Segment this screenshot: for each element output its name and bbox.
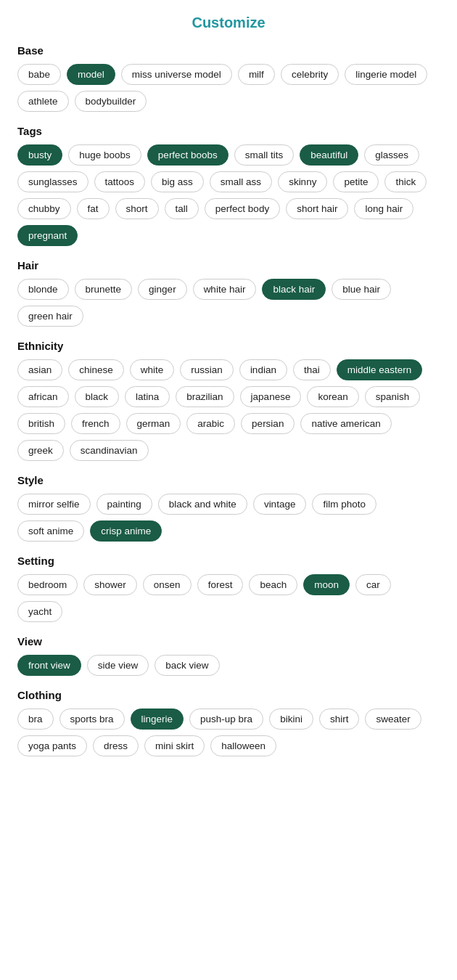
tag-film_photo[interactable]: film photo <box>312 494 376 515</box>
tags-container-view: front viewside viewback view <box>17 655 440 676</box>
tag-milf[interactable]: milf <box>238 64 275 85</box>
tag-white[interactable]: white <box>130 359 175 380</box>
tag-korean[interactable]: korean <box>307 386 358 407</box>
tag-african[interactable]: african <box>17 386 69 407</box>
tag-brunette[interactable]: brunette <box>75 279 133 300</box>
tag-asian[interactable]: asian <box>17 359 62 380</box>
tag-fat[interactable]: fat <box>77 198 110 219</box>
tag-crisp_anime[interactable]: crisp anime <box>90 520 162 542</box>
tag-petite[interactable]: petite <box>333 171 379 192</box>
tag-chubby[interactable]: chubby <box>17 198 71 219</box>
tag-glasses[interactable]: glasses <box>364 144 419 166</box>
tag-soft_anime[interactable]: soft anime <box>17 520 84 542</box>
section-view: Viewfront viewside viewback view <box>17 635 440 676</box>
tag-bedroom[interactable]: bedroom <box>17 574 78 595</box>
tag-arabic[interactable]: arabic <box>186 413 235 434</box>
tag-german[interactable]: german <box>126 413 181 434</box>
tag-blonde[interactable]: blonde <box>17 279 69 300</box>
tag-long_hair[interactable]: long hair <box>354 198 413 219</box>
tag-brazilian[interactable]: brazilian <box>176 386 234 407</box>
tag-big_ass[interactable]: big ass <box>151 171 204 192</box>
tag-babe[interactable]: babe <box>17 64 61 85</box>
tag-russian[interactable]: russian <box>180 359 234 380</box>
tag-shower[interactable]: shower <box>83 574 137 595</box>
section-base: Basebabemodelmiss universe modelmilfcele… <box>17 44 440 112</box>
tag-perfect_boobs[interactable]: perfect boobs <box>147 144 228 166</box>
tag-yacht[interactable]: yacht <box>17 601 62 622</box>
tags-container-style: mirror selfiepaintingblack and whitevint… <box>17 494 440 542</box>
tag-busty[interactable]: busty <box>17 144 62 166</box>
tag-short[interactable]: short <box>115 198 159 219</box>
tag-huge_boobs[interactable]: huge boobs <box>68 144 141 166</box>
tag-mirror_selfie[interactable]: mirror selfie <box>17 494 91 515</box>
tag-black_hair[interactable]: black hair <box>262 279 326 300</box>
tag-beach[interactable]: beach <box>249 574 297 595</box>
tag-short_hair[interactable]: short hair <box>286 198 348 219</box>
tag-black[interactable]: black <box>75 386 120 407</box>
section-title-base: Base <box>17 44 440 57</box>
tag-thick[interactable]: thick <box>384 171 427 192</box>
tag-bra[interactable]: bra <box>17 709 54 730</box>
section-title-ethnicity: Ethnicity <box>17 340 440 352</box>
tag-shirt[interactable]: shirt <box>319 709 360 730</box>
tag-small_tits[interactable]: small tits <box>234 144 295 166</box>
tag-thai[interactable]: thai <box>293 359 331 380</box>
tag-miss_universe_model[interactable]: miss universe model <box>121 64 232 85</box>
tag-green_hair[interactable]: green hair <box>17 306 83 327</box>
tag-onsen[interactable]: onsen <box>143 574 192 595</box>
tag-halloween[interactable]: halloween <box>210 735 276 756</box>
tag-greek[interactable]: greek <box>17 440 64 461</box>
tag-bodybuilder[interactable]: bodybuilder <box>75 91 147 112</box>
tag-car[interactable]: car <box>355 574 391 595</box>
section-clothing: Clothingbrasports bralingeriepush-up bra… <box>17 689 440 756</box>
tag-tall[interactable]: tall <box>165 198 199 219</box>
tag-push_up_bra[interactable]: push-up bra <box>189 709 263 730</box>
tag-sweater[interactable]: sweater <box>365 709 421 730</box>
tag-spanish[interactable]: spanish <box>365 386 421 407</box>
tag-middle_eastern[interactable]: middle eastern <box>337 359 423 380</box>
tag-scandinavian[interactable]: scandinavian <box>70 440 149 461</box>
tag-bikini[interactable]: bikini <box>269 709 313 730</box>
tag-black_and_white[interactable]: black and white <box>158 494 247 515</box>
tag-sports_bra[interactable]: sports bra <box>59 709 125 730</box>
tag-model[interactable]: model <box>67 64 115 85</box>
tag-chinese[interactable]: chinese <box>68 359 124 380</box>
tag-yoga_pants[interactable]: yoga pants <box>17 735 87 756</box>
tag-british[interactable]: british <box>17 413 65 434</box>
tags-container-hair: blondebrunettegingerwhite hairblack hair… <box>17 279 440 327</box>
tag-perfect_body[interactable]: perfect body <box>205 198 280 219</box>
tag-dress[interactable]: dress <box>93 735 139 756</box>
tag-moon[interactable]: moon <box>303 574 350 595</box>
tag-indian[interactable]: indian <box>239 359 287 380</box>
tag-side_view[interactable]: side view <box>87 655 149 676</box>
tag-persian[interactable]: persian <box>241 413 295 434</box>
tag-celebrity[interactable]: celebrity <box>281 64 339 85</box>
tag-forest[interactable]: forest <box>197 574 244 595</box>
section-hair: Hairblondebrunettegingerwhite hairblack … <box>17 259 440 327</box>
tag-painting[interactable]: painting <box>96 494 152 515</box>
tag-french[interactable]: french <box>71 413 120 434</box>
tag-tattoos[interactable]: tattoos <box>94 171 146 192</box>
tag-skinny[interactable]: skinny <box>278 171 327 192</box>
tags-container-base: babemodelmiss universe modelmilfcelebrit… <box>17 64 440 112</box>
tag-native_american[interactable]: native american <box>300 413 391 434</box>
tag-front_view[interactable]: front view <box>17 655 81 676</box>
tag-mini_skirt[interactable]: mini skirt <box>144 735 205 756</box>
tag-small_ass[interactable]: small ass <box>210 171 272 192</box>
tags-container-clothing: brasports bralingeriepush-up brabikinish… <box>17 709 440 756</box>
tag-athlete[interactable]: athlete <box>17 91 69 112</box>
tag-ginger[interactable]: ginger <box>138 279 187 300</box>
tag-japanese[interactable]: japanese <box>240 386 302 407</box>
tag-beautiful[interactable]: beautiful <box>300 144 358 166</box>
tag-blue_hair[interactable]: blue hair <box>332 279 391 300</box>
tag-lingerie_model[interactable]: lingerie model <box>345 64 427 85</box>
section-style: Stylemirror selfiepaintingblack and whit… <box>17 474 440 542</box>
tag-pregnant[interactable]: pregnant <box>17 225 78 246</box>
tag-white_hair[interactable]: white hair <box>193 279 257 300</box>
tag-back_view[interactable]: back view <box>155 655 219 676</box>
tag-latina[interactable]: latina <box>125 386 170 407</box>
tag-lingerie[interactable]: lingerie <box>131 709 184 730</box>
section-title-setting: Setting <box>17 555 440 567</box>
tag-sunglasses[interactable]: sunglasses <box>17 171 88 192</box>
tag-vintage[interactable]: vintage <box>253 494 307 515</box>
